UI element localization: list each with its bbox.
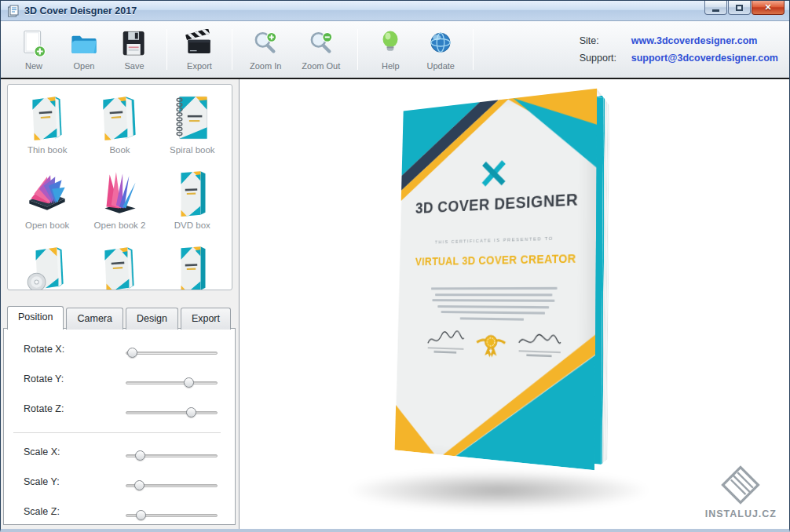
app-window: 3D Cover Deisgner 2017 ✕ NewOpenSaveExpo… bbox=[0, 0, 790, 532]
open-book-2-thumbnail-icon bbox=[95, 168, 144, 220]
toolbar: NewOpenSaveExportZoom InZoom OutHelpUpda… bbox=[1, 21, 789, 79]
slider-track[interactable] bbox=[126, 411, 218, 414]
template-gallery: Thin bookBookSpiral bookOpen bookOpen bo… bbox=[7, 84, 232, 290]
tab-position[interactable]: Position bbox=[7, 306, 64, 330]
help-button[interactable]: Help bbox=[365, 25, 415, 75]
template-item-open-book-2[interactable]: Open book 2 bbox=[83, 165, 155, 240]
slider-control[interactable] bbox=[126, 377, 218, 388]
cd-book-thumbnail-icon bbox=[23, 243, 71, 290]
slider-track[interactable] bbox=[126, 381, 218, 384]
toolbar-separator bbox=[357, 29, 358, 70]
template-item-label: Book bbox=[109, 145, 130, 155]
titlebar[interactable]: 3D Cover Deisgner 2017 ✕ bbox=[1, 1, 789, 21]
slider-row-rotate-z: Rotate Z: bbox=[4, 396, 235, 426]
toolbar-button-label: Zoom In bbox=[250, 61, 281, 71]
slider-label: Rotate X: bbox=[24, 344, 64, 355]
slider-thumb[interactable] bbox=[135, 450, 145, 461]
slider-control[interactable] bbox=[126, 407, 218, 418]
slider-row-scale-x: Scale X: bbox=[4, 439, 235, 469]
slider-control[interactable] bbox=[126, 450, 218, 461]
tab-bar: PositionCameraDesignExport bbox=[7, 304, 233, 329]
template-item-dvd-box[interactable]: DVD box bbox=[156, 165, 229, 240]
rotate-sliders-group: Rotate X:Rotate Y:Rotate Z: bbox=[4, 337, 235, 426]
window-controls: ✕ bbox=[704, 1, 785, 15]
gold-badge-icon bbox=[474, 330, 507, 362]
template-item-book[interactable]: Book bbox=[83, 89, 155, 165]
tab-export[interactable]: Export bbox=[181, 308, 231, 330]
slider-label: Scale Z: bbox=[24, 506, 60, 517]
toolbar-separator bbox=[166, 29, 167, 70]
toolbar-button-label: Update bbox=[427, 61, 455, 71]
instaluj-watermark: INSTALUJ.CZ bbox=[705, 463, 777, 519]
signature-right-icon bbox=[514, 331, 564, 361]
watermark-text: INSTALUJ.CZ bbox=[705, 508, 777, 519]
minimize-icon bbox=[712, 9, 719, 12]
close-button[interactable]: ✕ bbox=[752, 1, 785, 15]
support-label: Support: bbox=[580, 53, 627, 64]
toolbar-button-label: Export bbox=[187, 61, 212, 71]
left-panel: Thin bookBookSpiral bookOpen bookOpen bo… bbox=[1, 79, 239, 529]
toolbar-button-label: Zoom Out bbox=[302, 61, 340, 71]
new-button[interactable]: New bbox=[9, 25, 59, 75]
slider-thumb[interactable] bbox=[136, 510, 146, 520]
slider-thumb[interactable] bbox=[186, 407, 196, 417]
slider-label: Scale X: bbox=[24, 446, 60, 457]
save-button[interactable]: Save bbox=[109, 25, 159, 75]
cover-corner-graphics bbox=[395, 89, 598, 471]
toolbar-button-label: New bbox=[25, 61, 42, 71]
slider-thumb[interactable] bbox=[184, 377, 194, 388]
site-info: Site: www.3dcoverdesigner.com Support: s… bbox=[580, 35, 789, 64]
slider-label: Scale Y: bbox=[24, 476, 60, 487]
app-icon bbox=[7, 5, 20, 17]
template-item-label: DVD box bbox=[174, 220, 210, 230]
slider-control[interactable] bbox=[126, 510, 218, 521]
book-pages-edge bbox=[602, 97, 609, 465]
open-book-thumbnail-icon bbox=[23, 168, 71, 220]
template-item-open-book[interactable]: Open book bbox=[11, 165, 83, 240]
thin-book-thumbnail-icon bbox=[95, 243, 144, 290]
template-item[interactable] bbox=[11, 240, 83, 290]
site-link[interactable]: www.3dcoverdesigner.com bbox=[631, 35, 778, 46]
tab-camera[interactable]: Camera bbox=[66, 308, 123, 330]
maximize-button[interactable] bbox=[728, 1, 751, 15]
preview-canvas[interactable]: 3D COVER DESIGNER THIS CERTIFICATE IS PR… bbox=[239, 79, 789, 529]
slider-row-rotate-y: Rotate Y: bbox=[4, 366, 235, 396]
slider-label: Rotate Z: bbox=[24, 403, 64, 414]
toolbar-button-label: Help bbox=[382, 61, 400, 71]
thin-book-thumbnail-icon bbox=[23, 93, 71, 144]
window-title: 3D Cover Deisgner 2017 bbox=[24, 5, 137, 16]
template-item-spiral-book[interactable]: Spiral book bbox=[156, 89, 229, 165]
toolbar-separator bbox=[232, 29, 232, 70]
slider-control[interactable] bbox=[126, 480, 218, 491]
template-item-thin-book[interactable]: Thin book bbox=[11, 89, 83, 165]
slider-row-rotate-x: Rotate X: bbox=[4, 337, 235, 366]
template-item[interactable] bbox=[83, 240, 155, 290]
save-disk-icon bbox=[119, 29, 149, 59]
open-folder-icon bbox=[69, 29, 99, 59]
scale-sliders-group: Scale X:Scale Y:Scale Z: bbox=[4, 439, 235, 529]
slider-label: Rotate Y: bbox=[24, 373, 64, 384]
slider-control[interactable] bbox=[126, 348, 218, 359]
slider-thumb[interactable] bbox=[134, 480, 144, 490]
export-button[interactable]: Export bbox=[174, 25, 225, 75]
zoom-in-icon bbox=[251, 29, 280, 59]
position-panel: Rotate X:Rotate Y:Rotate Z: Scale X:Scal… bbox=[3, 328, 236, 525]
template-item[interactable] bbox=[156, 240, 229, 290]
signature-left-icon bbox=[423, 329, 467, 357]
slider-row-scale-z: Scale Z: bbox=[4, 499, 235, 529]
site-label: Site: bbox=[580, 35, 627, 46]
book-preview[interactable]: 3D COVER DESIGNER THIS CERTIFICATE IS PR… bbox=[401, 93, 600, 468]
support-link[interactable]: support@3dcoverdesigner.com bbox=[631, 53, 778, 64]
template-item-label: Thin book bbox=[27, 145, 68, 155]
minimize-button[interactable] bbox=[704, 1, 727, 15]
zoom-out-button[interactable]: Zoom Out bbox=[291, 25, 350, 75]
maximize-icon bbox=[736, 5, 743, 11]
open-button[interactable]: Open bbox=[59, 25, 109, 75]
update-button[interactable]: Update bbox=[415, 25, 466, 75]
slider-thumb[interactable] bbox=[127, 348, 137, 358]
slider-track[interactable] bbox=[126, 352, 218, 355]
zoom-in-button[interactable]: Zoom In bbox=[240, 25, 291, 75]
close-icon: ✕ bbox=[764, 3, 771, 12]
slider-row-scale-y: Scale Y: bbox=[4, 469, 235, 499]
tab-design[interactable]: Design bbox=[126, 308, 178, 330]
